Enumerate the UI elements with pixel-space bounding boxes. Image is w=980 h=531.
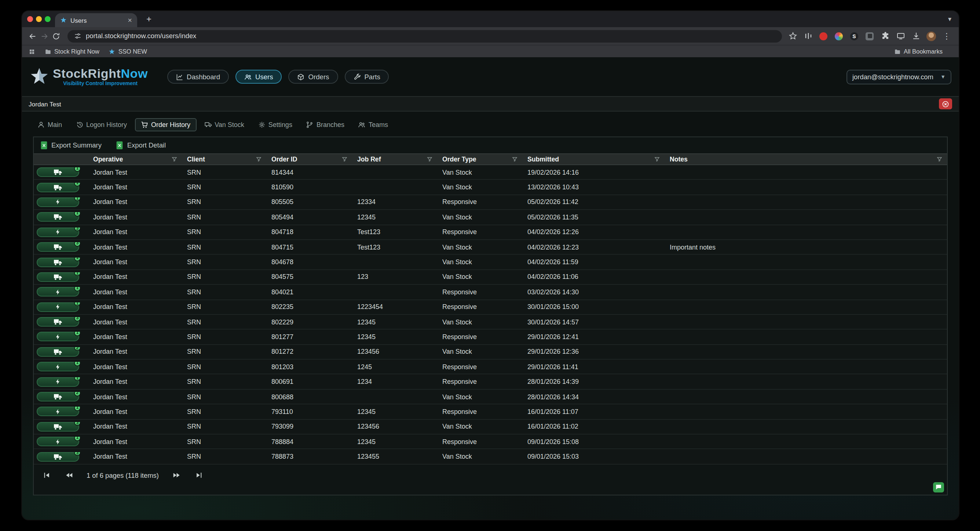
cell-job-ref: 12334 (352, 199, 437, 206)
filter-funnel-icon[interactable] (256, 157, 261, 162)
tab-close-icon[interactable]: × (127, 16, 132, 24)
nav-dashboard[interactable]: Dashboard (167, 70, 229, 84)
table-row[interactable]: 1 Jordan Test SRN 793110 12345 Responsiv… (34, 405, 947, 420)
order-count-badge: 1 (74, 377, 81, 381)
order-count-badge: 3 (74, 452, 81, 456)
nav-users[interactable]: Users (235, 70, 282, 84)
browser-tab-users[interactable]: Users × (55, 13, 137, 27)
account-select[interactable]: jordan@stockrightnow.com ▼ (846, 69, 951, 84)
next-page-button[interactable] (171, 471, 181, 480)
downloads-icon[interactable] (911, 31, 921, 41)
app-header: StockRightNow Visibility Control Improve… (22, 57, 959, 96)
filter-funnel-icon[interactable] (171, 157, 177, 162)
all-bookmarks-button[interactable]: All Bookmarks (894, 48, 943, 55)
filter-funnel-icon[interactable] (512, 157, 517, 162)
apps-grid-icon[interactable] (29, 48, 35, 55)
export-detail-button[interactable]: Export Detail (116, 141, 166, 150)
tab-van-stock[interactable]: Van Stock (199, 118, 250, 131)
forward-button[interactable] (38, 30, 50, 42)
table-row[interactable]: 1 Jordan Test SRN 801203 1245 Responsive… (34, 360, 947, 375)
address-bar[interactable]: portal.stockrightnow.com/users/index (67, 30, 782, 42)
table-row[interactable]: 2 Jordan Test SRN 801272 123456 Van Stoc… (34, 344, 947, 360)
table-row[interactable]: 1 Jordan Test SRN 800691 1234 Responsive… (34, 375, 947, 390)
tab-branches[interactable]: Branches (301, 118, 350, 131)
cell-order-id: 814344 (266, 169, 352, 176)
cell-order-id: 804678 (266, 258, 352, 266)
order-count-badge: 1 (74, 332, 81, 336)
bookmark-sso-new[interactable]: SSO NEW (109, 48, 147, 55)
cell-order-id: 802235 (266, 303, 352, 311)
cell-order-pill: 2 (34, 392, 88, 402)
tab-logon-history[interactable]: Logon History (70, 118, 133, 131)
bookmark-star-icon[interactable] (788, 31, 797, 41)
table-row[interactable]: 1 Jordan Test SRN 801277 12345 Responsiv… (34, 330, 947, 345)
table-row[interactable]: 3 Jordan Test SRN 793099 123456 Van Stoc… (34, 419, 947, 434)
truck-icon (54, 453, 62, 460)
tab-search-icon[interactable]: ▾ (948, 15, 951, 23)
fullscreen-window-button[interactable] (45, 16, 51, 22)
filter-funnel-icon[interactable] (654, 157, 659, 162)
extension-colorwheel-icon[interactable] (834, 31, 843, 41)
extensions-puzzle-icon[interactable] (880, 31, 890, 41)
extension-grey-icon[interactable] (865, 31, 874, 41)
export-summary-button[interactable]: Export Summary (40, 141, 102, 150)
table-row[interactable]: 3 Jordan Test SRN 804718 Test123 Respons… (34, 225, 947, 240)
tab-main[interactable]: Main (32, 118, 68, 131)
cell-order-id: 801203 (266, 363, 352, 371)
table-row[interactable]: 1 Jordan Test SRN 805494 12345 Van Stock… (34, 210, 947, 225)
extension-red-icon[interactable] (819, 31, 828, 41)
table-row[interactable]: 1 Jordan Test SRN 814344 Van Stock 19/02… (34, 165, 947, 180)
table-row[interactable]: 1 Jordan Test SRN 804678 Van Stock 04/02… (34, 255, 947, 270)
extension-s-icon[interactable]: S (850, 31, 859, 41)
close-window-button[interactable] (27, 16, 33, 22)
table-row[interactable]: 3 Jordan Test SRN 788873 123455 Van Stoc… (34, 450, 947, 465)
close-user-button[interactable] (939, 98, 952, 109)
filter-funnel-icon[interactable] (426, 157, 432, 162)
order-table-body: 1 Jordan Test SRN 814344 Van Stock 19/02… (34, 165, 947, 465)
app-logo[interactable]: StockRightNow Visibility Control Improve… (29, 67, 148, 87)
back-button[interactable] (26, 30, 38, 42)
bookmark-folder-stock-right-now[interactable]: Stock Right Now (45, 48, 99, 55)
table-row[interactable]: 3 Jordan Test SRN 802229 12345 Van Stock… (34, 315, 947, 330)
refresh-button[interactable] (50, 30, 62, 42)
filter-funnel-icon[interactable] (936, 157, 942, 162)
cell-order-type: Van Stock (437, 183, 522, 191)
cell-submitted: 13/02/2026 10:43 (522, 183, 665, 191)
table-row[interactable]: 1 Jordan Test SRN 788884 12345 Responsiv… (34, 434, 947, 450)
table-row[interactable]: 1 Jordan Test SRN 805505 12334 Responsiv… (34, 195, 947, 210)
tab-settings[interactable]: Settings (252, 118, 298, 131)
tab-teams[interactable]: Teams (352, 118, 394, 131)
filter-funnel-icon[interactable] (342, 157, 347, 162)
browser-menu-icon[interactable]: ⋮ (942, 31, 951, 41)
tab-order-history[interactable]: Order History (135, 118, 196, 131)
cell-operative: Jordan Test (88, 183, 182, 191)
cell-order-type: Responsive (437, 303, 522, 311)
bolt-icon (55, 378, 61, 385)
nav-parts[interactable]: Parts (344, 70, 389, 84)
bookmark-favicon-icon (109, 48, 116, 55)
cell-order-id: 804575 (266, 273, 352, 281)
table-row[interactable]: 1 Jordan Test SRN 810590 Van Stock 13/02… (34, 180, 947, 195)
cell-client: SRN (182, 348, 266, 356)
table-row[interactable]: 1 Jordan Test SRN 804021 Responsive 03/0… (34, 285, 947, 300)
cell-client: SRN (182, 333, 266, 341)
minimize-window-button[interactable] (36, 16, 42, 22)
new-tab-button[interactable]: + (143, 13, 155, 25)
feedback-button[interactable] (933, 482, 944, 493)
table-row[interactable]: 1 Jordan Test SRN 804575 123 Van Stock 0… (34, 270, 947, 285)
cell-submitted: 04/02/2026 11:59 (522, 258, 665, 266)
cell-submitted: 04/02/2026 12:26 (522, 229, 665, 236)
table-row[interactable]: 3 Jordan Test SRN 804715 Test123 Van Sto… (34, 240, 947, 255)
site-settings-icon[interactable] (74, 32, 81, 40)
side-panel-icon[interactable] (803, 31, 813, 41)
nav-orders[interactable]: Orders (289, 70, 338, 84)
profile-avatar[interactable] (926, 31, 936, 41)
table-row[interactable]: 2 Jordan Test SRN 800688 Van Stock 28/01… (34, 390, 947, 405)
table-row[interactable]: 1 Jordan Test SRN 802235 1223454 Respons… (34, 300, 947, 315)
prev-page-button[interactable] (64, 471, 74, 480)
order-pill: 1 (37, 167, 79, 177)
last-page-button[interactable] (194, 471, 204, 480)
cell-order-pill: 1 (34, 302, 88, 311)
cast-icon[interactable] (896, 31, 905, 41)
first-page-button[interactable] (41, 471, 51, 480)
